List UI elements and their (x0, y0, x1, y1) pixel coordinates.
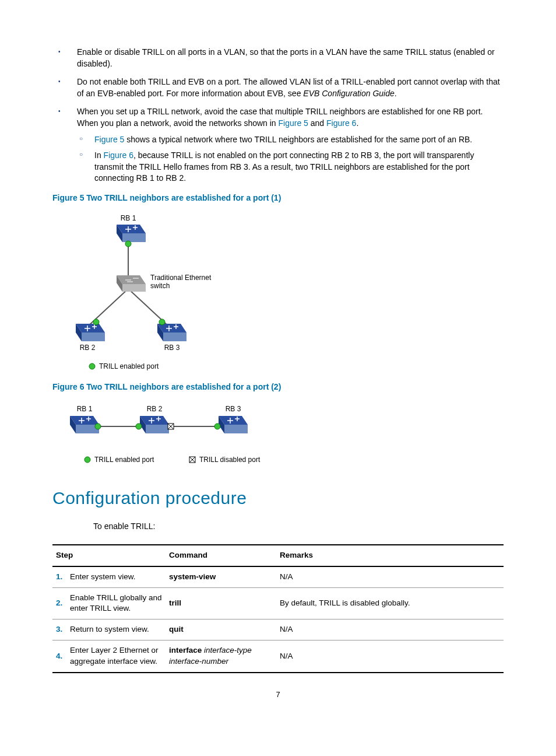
bullet-item: Enable or disable TRILL on all ports in … (52, 47, 504, 69)
remarks-text: N/A (276, 566, 504, 587)
svg-marker-27 (224, 425, 248, 433)
sub-list: Figure 5 shows a typical network where t… (77, 134, 504, 184)
figure6-diagram: RB 1 RB 2 RB 3 TRILL enabled port TRILL … (52, 398, 504, 468)
command-text: interface interface-type interface-numbe… (166, 640, 276, 673)
col-remarks: Remarks (276, 545, 504, 566)
remarks-text: N/A (276, 620, 504, 640)
port-enabled-icon (159, 319, 165, 325)
port-enabled-icon (89, 363, 95, 369)
router-icon (76, 324, 105, 341)
figure-link[interactable]: Figure 5 (94, 135, 124, 144)
switch-icon (117, 275, 146, 292)
router-icon (219, 416, 248, 433)
router-icon (157, 324, 186, 341)
rb3-label: RB 3 (226, 405, 241, 413)
rb2-label: RB 2 (147, 405, 163, 413)
svg-marker-22 (146, 425, 169, 433)
sub-text: shows a typical network where two TRILL … (124, 135, 472, 144)
svg-marker-11 (82, 332, 105, 341)
page-number: 7 (52, 690, 504, 700)
figure-caption: Figure 6 Two TRILL neighbors are establi… (52, 382, 504, 393)
config-table: Step Command Remarks 1. Enter system vie… (52, 544, 504, 673)
bullet-text: and (308, 118, 326, 128)
rb1-label: RB 1 (77, 405, 93, 413)
rb2-label: RB 2 (80, 344, 96, 352)
remarks-text: N/A (276, 640, 504, 673)
command-bold: interface (169, 646, 202, 654)
remarks-text: By default, TRILL is disabled globally. (276, 587, 504, 620)
bullet-item: Do not enable both TRILL and EVB on a po… (52, 76, 504, 99)
table-row: 1. Enter system view. system-view N/A (52, 566, 504, 587)
table-row: 2. Enable TRILL globally and enter TRILL… (52, 587, 504, 620)
sub-item: Figure 5 shows a typical network where t… (77, 134, 504, 146)
command-text: quit (166, 620, 276, 640)
italic-text: EVB Configuration Guide (303, 89, 394, 98)
step-number: 2. (52, 587, 66, 620)
legend-text: TRILL enabled port (94, 456, 154, 464)
port-enabled-icon (214, 424, 220, 429)
step-text: Enter Layer 2 Ethernet or aggregate inte… (66, 640, 166, 673)
bullet-item: When you set up a TRILL network, avoid t… (52, 106, 504, 184)
table-row: 4. Enter Layer 2 Ethernet or aggregate i… (52, 640, 504, 673)
bullet-text: Enable or disable TRILL on all ports in … (77, 47, 495, 68)
sub-text: In (94, 150, 104, 160)
sub-item: In Figure 6, because TRILL is not enable… (77, 150, 504, 184)
table-row: 3. Return to system view. quit N/A (52, 620, 504, 640)
port-enabled-icon (95, 424, 101, 429)
port-enabled-icon (125, 241, 131, 247)
figure-link[interactable]: Figure 6 (104, 150, 133, 160)
intro-text: To enable TRILL: (93, 521, 504, 533)
rb1-label: RB 1 (121, 214, 136, 222)
bullet-text: . (395, 89, 397, 98)
figure-link[interactable]: Figure 6 (326, 118, 356, 128)
router-icon (70, 416, 99, 433)
port-enabled-icon (93, 319, 99, 325)
command-text: trill (166, 587, 276, 620)
svg-marker-5 (122, 233, 146, 242)
step-text: Return to system view. (66, 620, 166, 640)
legend-text: TRILL enabled port (99, 362, 159, 370)
router-icon (140, 416, 169, 433)
command-text: system-view (166, 566, 276, 587)
port-enabled-icon (136, 424, 142, 429)
step-text: Enable TRILL globally and enter TRILL vi… (66, 587, 166, 620)
bullet-text: Do not enable both TRILL and EVB on a po… (77, 77, 500, 98)
step-number: 3. (52, 620, 66, 640)
figure5-diagram: RB 1 Traditional Ethernetswitch RB 2 RB … (52, 210, 504, 373)
switch-label: Traditional Ethernetswitch (150, 274, 212, 290)
svg-marker-14 (163, 332, 186, 341)
figure-caption: Figure 5 Two TRILL neighbors are establi… (52, 192, 504, 204)
legend-text: TRILL disabled port (199, 456, 261, 464)
step-number: 4. (52, 640, 66, 673)
router-icon (117, 225, 146, 242)
col-command: Command (166, 545, 276, 566)
rb3-label: RB 3 (164, 344, 180, 352)
sub-text: , because TRILL is not enabled on the po… (94, 150, 474, 183)
port-enabled-icon (85, 457, 90, 463)
section-heading: Configuration procedure (52, 486, 504, 510)
svg-marker-8 (122, 284, 146, 292)
step-number: 1. (52, 566, 66, 587)
col-step: Step (52, 545, 166, 566)
bullet-text: . (356, 118, 358, 128)
bullet-list: Enable or disable TRILL on all ports in … (52, 47, 504, 184)
figure-link[interactable]: Figure 5 (279, 118, 308, 128)
step-text: Enter system view. (66, 566, 166, 587)
